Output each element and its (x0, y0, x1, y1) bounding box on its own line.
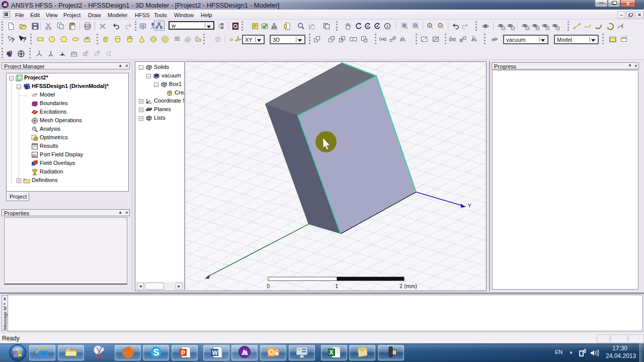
svg-text:1: 1 (335, 283, 338, 289)
svg-text:P: P (181, 349, 185, 356)
svg-text:S: S (153, 347, 159, 357)
svg-text:2 (mm): 2 (mm) (399, 283, 417, 289)
svg-text:40: 40 (86, 36, 89, 39)
svg-text:?: ? (23, 36, 26, 43)
svg-text:X: X (330, 349, 334, 356)
svg-text:W: W (212, 349, 218, 356)
svg-text:Y: Y (468, 203, 471, 209)
svg-text:?: ? (11, 37, 15, 43)
svg-text:0: 0 (267, 283, 270, 289)
